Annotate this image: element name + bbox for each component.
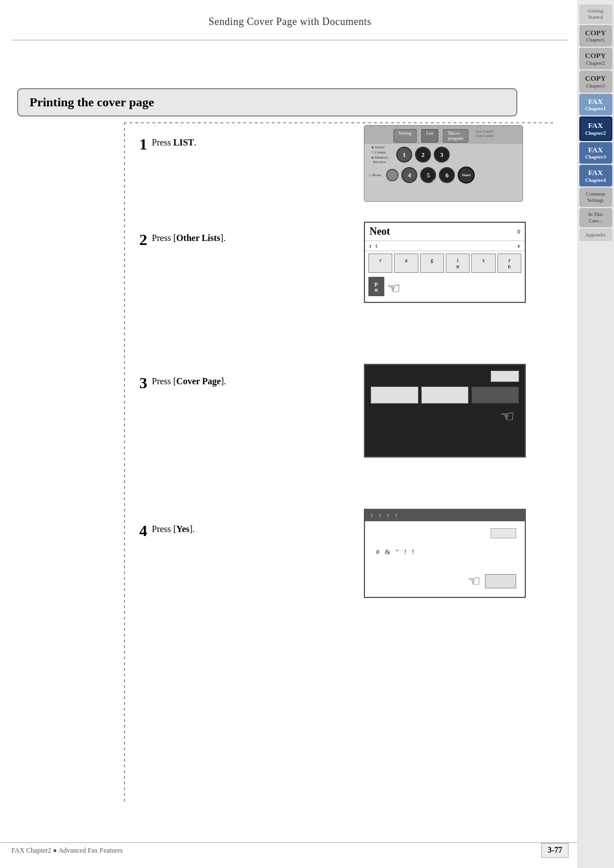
step-1-text: Press LIST. <box>152 135 196 147</box>
screen-3-container: ☜ <box>364 364 526 458</box>
sidebar-btn-copy3[interactable]: COPY Chapter3 <box>579 70 612 92</box>
sidebar-btn-copy1-sub: Chapter1 <box>581 37 611 43</box>
circle-5: 5 ○ <box>420 167 436 183</box>
screen-3-btn2[interactable] <box>421 387 469 404</box>
screen-2-title: Neot <box>370 226 390 238</box>
screen-2-e-label: e <box>518 243 520 249</box>
btn-pn-highlighted[interactable]: pn <box>368 277 384 296</box>
sidebar-btn-inthiscase[interactable]: In ThisCase... <box>579 208 612 227</box>
sidebar-btn-fax3[interactable]: FAX Chapter3 <box>579 142 612 164</box>
screen-2-count: 0 <box>517 229 520 235</box>
sidebar-btn-copy3-sub: Chapter3 <box>581 83 611 89</box>
btn-r[interactable]: r <box>368 254 392 273</box>
sidebar-btn-copy2-sub: Chapter2 <box>581 60 611 67</box>
step-3-number: 3 <box>139 375 147 391</box>
screen-4-body: # & " ! ! ☜ <box>365 521 525 597</box>
step-4-number: 4 <box>139 523 147 539</box>
step-1: 1 Press LIST. <box>139 136 196 152</box>
start-label: Start <box>462 173 471 177</box>
screen-4-top-right <box>374 528 516 538</box>
section-heading-text: Printing the cover page <box>30 95 154 109</box>
sidebar-btn-appendix-label: Appendix <box>581 232 611 238</box>
page-header: Sending Cover Page with Documents <box>0 16 580 28</box>
step-4-text: Press [Yes]. <box>152 522 195 534</box>
list-btn: List <box>421 129 438 143</box>
header-divider <box>11 40 569 40</box>
screen-4-container: ! ! ! ! # & " ! ! ☜ <box>364 509 526 598</box>
screen-3-top <box>371 371 519 382</box>
circle-2: 2 <box>415 147 431 163</box>
screen-3-cursor-row: ☜ <box>371 407 519 426</box>
step-2-image: Neot 0 r t e r a g in s rn pn <box>364 222 526 315</box>
step-2-text: Press [Other Lists]. <box>152 231 226 243</box>
screen-4-small-btn[interactable] <box>491 528 516 538</box>
btn-in[interactable]: in <box>446 254 470 273</box>
comm-label: ○ Comm. <box>371 150 388 155</box>
circle-6: 6 <box>439 167 455 183</box>
screen-2-subtitle: r t e <box>365 241 525 251</box>
sidebar-btn-fax2[interactable]: FAX Chapter2 <box>579 117 612 140</box>
fax-cancel-label: Fax Cancel/Job Confir <box>475 129 493 143</box>
cursor-hand-2: ☜ <box>387 280 400 297</box>
btn-rn[interactable]: rn <box>497 254 521 273</box>
screen-2-row2: pn ☜ <box>365 275 525 302</box>
reset-circle <box>386 169 399 181</box>
panel-top-row: Setting List Macroprogram Fax Cancel/Job… <box>364 126 522 144</box>
page-footer: FAX Chapter2 ● Advanced Fax Features 3-7… <box>0 842 580 858</box>
sidebar-btn-fax4-sub: Chapter4 <box>581 177 611 184</box>
section-heading: Printing the cover page <box>17 88 517 117</box>
start-circle: Start <box>458 167 475 184</box>
indicators-row: ● Alarm ○ Comm. ● Memory Receive 1 2 3 <box>364 144 522 165</box>
memory-label: ● Memory Receive <box>371 155 388 164</box>
btn-g[interactable]: g <box>420 254 444 273</box>
sidebar-btn-inthiscase-label: In ThisCase... <box>581 211 611 224</box>
sidebar-btn-copy2[interactable]: COPY Chapter2 <box>579 48 612 69</box>
step-3-text: Press [Cover Page]. <box>152 374 226 386</box>
sidebar-btn-copy1[interactable]: COPY Chapter1 <box>579 25 612 47</box>
cursor-hand-4: ☜ <box>467 572 480 590</box>
btn-a[interactable]: a <box>394 254 418 273</box>
setting-btn: Setting <box>393 129 417 143</box>
screen-3-btn3-dark[interactable] <box>471 387 519 404</box>
screen-2-bottom-row: pn ☜ <box>368 275 521 297</box>
sidebar-btn-fax1-main: FAX <box>581 97 611 106</box>
step-4-image: ! ! ! ! # & " ! ! ☜ <box>364 509 526 620</box>
step-1-number: 1 <box>139 136 147 152</box>
macro-btn: Macroprogram <box>443 129 468 143</box>
screen-2-row1: r a g in s rn <box>365 251 525 275</box>
screen-3-top-btn[interactable] <box>491 371 519 382</box>
sidebar-btn-fax2-main: FAX <box>582 121 609 130</box>
h-dotted-top <box>124 122 556 123</box>
circle-1: 1 <box>396 147 412 163</box>
sidebar-btn-fax1-sub: Chapter1 <box>581 106 611 112</box>
screen-2-subtitle-left: r t <box>370 243 377 249</box>
sidebar-btn-copy3-main: COPY <box>581 74 611 83</box>
screen-4-bottom: ☜ <box>374 572 516 590</box>
circles-row2: // Reset 4 5 ○ 6 Start <box>364 165 522 185</box>
screen-4-yes-btn[interactable] <box>485 574 516 588</box>
sidebar-btn-common[interactable]: CommonSettings <box>579 188 612 207</box>
step-3: 3 Press [Cover Page]. <box>139 375 226 391</box>
device-panel: Setting List Macroprogram Fax Cancel/Job… <box>364 125 523 202</box>
screen-4-topbar: ! ! ! ! <box>365 510 525 521</box>
sidebar-btn-getting-started-label: GettingStarted <box>581 8 611 20</box>
sidebar-btn-fax4-main: FAX <box>581 168 611 177</box>
footer-left-text: FAX Chapter2 ● Advanced Fax Features <box>11 846 123 855</box>
sidebar-btn-copy2-main: COPY <box>581 51 611 60</box>
screen-3-row1 <box>371 387 519 404</box>
sidebar-btn-getting-started[interactable]: GettingStarted <box>579 5 612 24</box>
step-2-number: 2 <box>139 232 147 248</box>
sidebar-btn-appendix[interactable]: Appendix <box>579 229 612 242</box>
screen-2-titlebar: Neot 0 <box>365 223 525 241</box>
start-area: Start <box>458 167 475 184</box>
sidebar-btn-fax3-main: FAX <box>581 146 611 155</box>
screen-3-btn1[interactable] <box>371 387 418 404</box>
btn-s[interactable]: s <box>471 254 495 273</box>
main-content: Sending Cover Page with Documents Printi… <box>0 0 580 868</box>
sidebar-btn-fax1[interactable]: FAX Chapter1 <box>579 94 612 115</box>
step-4: 4 Press [Yes]. <box>139 523 195 539</box>
step-3-image: ☜ <box>364 364 526 455</box>
sidebar-btn-fax4[interactable]: FAX Chapter4 <box>579 165 612 186</box>
step-2: 2 Press [Other Lists]. <box>139 232 226 248</box>
status-labels: ● Alarm ○ Comm. ● Memory Receive <box>371 145 388 164</box>
